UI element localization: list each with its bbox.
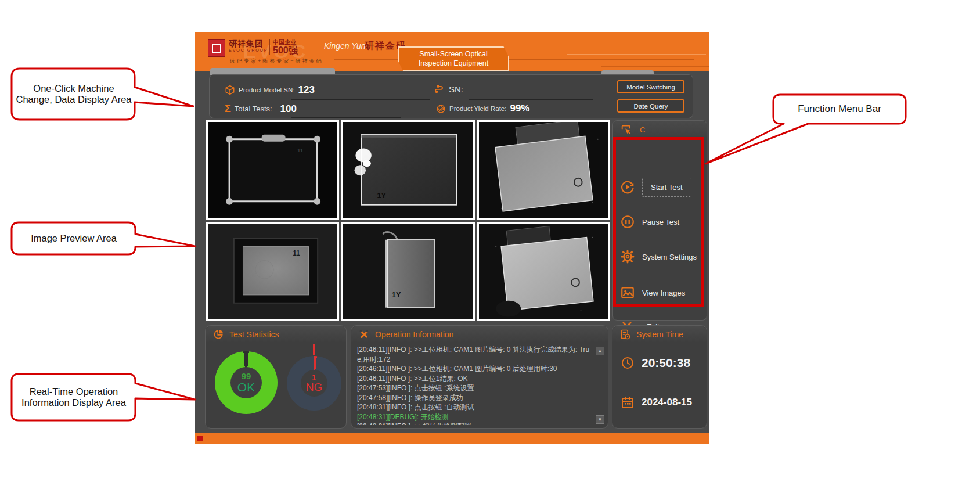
calendar-icon	[621, 395, 635, 409]
camera-image-6-content	[479, 224, 608, 319]
log-line: [20:46:11][INFO ]: >>工位相机: CAM1 图片编号: 0 …	[357, 345, 593, 364]
svg-text:1Y: 1Y	[377, 191, 387, 200]
log-line: [20:46:11][INFO ]: >>工位1结果: OK	[357, 374, 593, 384]
product-model-field: Product Model SN: 123	[225, 84, 315, 96]
system-time-header: System Time	[613, 326, 707, 343]
ng-donut-chart: 1 NG	[287, 356, 341, 411]
data-display-panel: Product Model SN: 123 Σ Total Tests: 100…	[209, 74, 693, 118]
ng-slice-tick	[313, 344, 315, 355]
system-time-title: System Time	[636, 330, 683, 339]
callout-text-info-area: Real-Time Operation Information Display …	[14, 375, 134, 419]
model-switching-button[interactable]: Model Switching	[617, 80, 684, 93]
click-cursor-icon	[620, 124, 633, 136]
camera-image-1[interactable]: 11	[206, 120, 339, 220]
underline	[291, 117, 401, 118]
camera-image-6[interactable]	[477, 222, 610, 321]
check-circle-icon	[436, 104, 446, 114]
svg-text:11: 11	[293, 249, 300, 257]
underline	[291, 99, 430, 100]
camera-image-1-content: 11	[208, 122, 337, 218]
app-title-line2: Inspection Equipment	[419, 59, 488, 69]
svg-text:11: 11	[297, 146, 303, 153]
ok-count: 99	[242, 372, 251, 381]
test-statistics-title: Test Statistics	[229, 330, 279, 339]
sn-field: SN:	[434, 83, 467, 95]
callout-text-menu-area: Function Menu Bar	[776, 96, 903, 123]
total-tests-label: Total Tests:	[235, 105, 272, 113]
camera-image-4-content: 11	[208, 224, 337, 319]
log-line: [20:46:11][INFO ]: >>工位相机: CAM1 图片编号: 0 …	[357, 364, 593, 374]
product-model-label: Product Model SN:	[239, 87, 295, 93]
ng-count: 1	[312, 373, 316, 382]
svg-text:1Y: 1Y	[392, 290, 401, 298]
callout-bubble-info-area	[12, 374, 195, 420]
camera-image-4[interactable]: 11	[206, 222, 339, 321]
menu-header-label: C	[640, 125, 645, 134]
camera-image-2[interactable]: 1Y	[341, 120, 474, 220]
system-time-value: 20:50:38	[642, 356, 690, 370]
camera-image-3-content	[479, 122, 608, 218]
callout-text-image-area: Image Preview Area	[14, 224, 134, 253]
test-statistics-header: Test Statistics	[206, 326, 346, 343]
test-statistics-panel: Test Statistics 99 OK 1 NG	[205, 325, 347, 429]
pie-chart-icon	[212, 329, 224, 340]
total-tests-field: Σ Total Tests: 100	[225, 103, 297, 115]
yield-rate-label: Product Yield Rate:	[449, 105, 506, 112]
app-footer	[195, 433, 709, 444]
sigma-icon: Σ	[225, 103, 231, 115]
app-title-badge: Small-Screen Optical Inspection Equipmen…	[398, 46, 509, 71]
yield-rate-value: 99%	[510, 103, 529, 114]
rank-text-bottom: 500强	[273, 45, 298, 57]
ok-donut-chart: 99 OK	[215, 351, 278, 414]
screenshot-canvas: EVOC 研祥集团 EVOC GROUP 中国企业 500强 读码专家+晰检专家…	[0, 0, 980, 500]
callout-text-data-area: One-Click Machine Change, Data Display A…	[14, 70, 134, 118]
camera-image-5[interactable]: 1Y	[341, 222, 474, 321]
log-line: [20:47:53][INFO ]: 点击按钮 :系统设置	[357, 383, 593, 393]
logo-divider	[269, 39, 270, 55]
app-header: EVOC 研祥集团 EVOC GROUP 中国企业 500强 读码专家+晰检专家…	[195, 32, 709, 71]
camera-image-5-content: 1Y	[343, 224, 473, 319]
operation-info-title: Operation Information	[375, 330, 453, 339]
callout-bubble-menu-area	[705, 95, 906, 164]
image-preview-grid: 11 1Y	[206, 120, 610, 321]
evoc-logo	[208, 39, 225, 57]
logo-slogan: 读码专家+晰检专家=研祥金码	[230, 57, 323, 65]
scroll-down-button[interactable]: ▼	[596, 415, 604, 424]
header-circuit-trace	[601, 66, 709, 67]
date-row: 2024-08-15	[621, 395, 692, 409]
yield-rate-field: Product Yield Rate: 99%	[436, 103, 529, 114]
header-circuit-trace	[334, 59, 694, 60]
operation-info-header: Operation Information	[351, 326, 608, 343]
total-tests-value: 100	[280, 103, 297, 115]
camera-image-3[interactable]	[477, 120, 610, 220]
logo-script-text: Kingen Yun	[324, 41, 366, 51]
log-line: [20:48:31][INFO ]: >>初始化检测配置	[357, 422, 593, 425]
clock-icon	[621, 356, 635, 370]
log-line: [20:48:31][INFO ]: 点击按钮 :自动测试	[357, 402, 593, 412]
crossed-tools-icon	[358, 329, 370, 340]
menu-annotation-rectangle	[613, 137, 704, 307]
callout-bubble-image-area	[12, 222, 195, 254]
system-time-panel: System Time 20:50:38 2024-08-15	[612, 325, 707, 429]
scroll-up-button[interactable]: ▲	[596, 347, 604, 355]
sn-label: SN:	[449, 84, 463, 94]
logo-group-en: EVOC GROUP	[229, 48, 268, 52]
camera-image-2-content: 1Y	[343, 122, 473, 218]
package-icon	[225, 85, 235, 95]
ok-label: OK	[237, 381, 255, 394]
app-title-line1: Small-Screen Optical	[419, 50, 487, 59]
time-row: 20:50:38	[621, 356, 690, 370]
date-query-button[interactable]: Date Query	[617, 99, 684, 113]
underline	[469, 99, 593, 100]
callout-bubble-data-area	[12, 69, 193, 120]
header-circuit-trace	[567, 54, 706, 55]
product-model-value: 123	[298, 84, 315, 96]
doc-clock-icon	[619, 329, 631, 340]
system-date-value: 2024-08-15	[642, 397, 692, 408]
ng-label: NG	[306, 382, 323, 393]
flow-icon	[434, 83, 445, 95]
operation-info-panel: Operation Information [20:46:11][INFO ]:…	[351, 325, 608, 429]
log-line: [20:48:31][DEBUG]: 开始检测	[357, 412, 593, 422]
log-lines[interactable]: [20:46:11][INFO ]: >>工位相机: CAM1 图片编号: 0 …	[357, 345, 593, 425]
log-line: [20:47:58][INFO ]: 操作员登录成功	[357, 393, 593, 403]
